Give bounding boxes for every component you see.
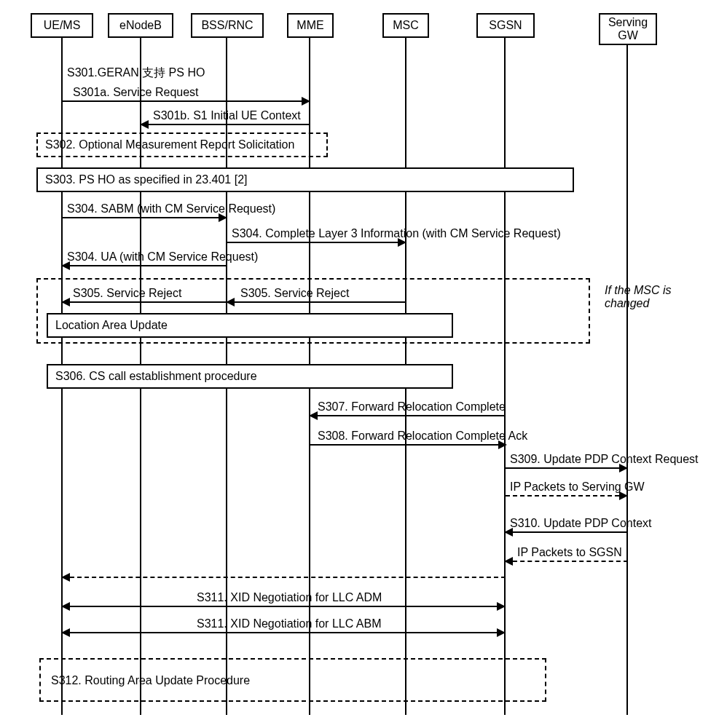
arrow-s309 — [506, 467, 619, 469]
msg-s311b: S311. XID Negotiation for LLC ABM — [197, 617, 381, 630]
arrow-s305-bss-ue — [70, 301, 227, 303]
box-s303: S303. PS HO as specified in 23.401 [2] — [36, 167, 574, 192]
arrow-s310 — [513, 531, 628, 533]
arrow-s307 — [318, 415, 506, 416]
lifeline-sgw-label: Serving GW — [608, 16, 648, 41]
arrow-s304b — [227, 242, 398, 243]
msg-s301a: S301a. Service Request — [73, 86, 199, 99]
lifeline-mme-label: MME — [296, 19, 323, 31]
msg-s311a: S311. XID Negotiation for LLC ADM — [197, 591, 382, 604]
arrow-s304c — [70, 265, 227, 266]
msg-s305b: S305. Service Reject — [240, 287, 349, 300]
arrow-ip-dashed-long — [70, 577, 506, 578]
arrow-s311a — [70, 606, 497, 607]
msg-s301b: S301b. S1 Initial UE Context — [153, 109, 301, 122]
lifeline-ue: UE/MS — [31, 13, 93, 38]
box-s312: S312. Routing Area Update Procedure — [39, 658, 546, 702]
msg-s306: S306. CS call establishment procedure — [55, 370, 257, 382]
msg-s301: S301.GERAN 支持 PS HO — [67, 66, 205, 81]
msg-lau: Location Area Update — [55, 319, 168, 331]
arrowhead-s311b-l — [61, 628, 70, 637]
arrow-s301b — [149, 124, 310, 125]
lifeline-bss-label: BSS/RNC — [201, 19, 253, 31]
msg-ip-sgw: IP Packets to Serving GW — [510, 480, 645, 494]
box-s306: S306. CS call establishment procedure — [47, 364, 453, 389]
arrowhead-s301b — [140, 120, 149, 129]
lifeline-msc: MSC — [382, 13, 429, 38]
arrowhead-ip-sgsn — [504, 557, 513, 566]
msg-s307: S307. Forward Relocation Complete — [318, 400, 506, 414]
arrow-s304a — [63, 217, 219, 218]
arrow-ip-sgw — [506, 495, 619, 496]
msg-s304a: S304. SABM (with CM Service Request) — [67, 202, 275, 215]
arrowhead-s307 — [309, 411, 318, 420]
lifeline-line-sgw — [626, 44, 628, 715]
box-lau: Location Area Update — [47, 313, 453, 338]
sequence-diagram: UE/MS eNodeB BSS/RNC MME MSC SGSN Servin… — [7, 7, 714, 721]
arrowhead-s311b-r — [497, 628, 506, 637]
arrow-s305-msc-bss — [235, 301, 406, 303]
arrow-s308 — [310, 444, 498, 446]
msg-msc-changed: If the MSC is changed — [605, 284, 707, 310]
arrowhead-s301a — [302, 97, 310, 106]
lifeline-sgsn-label: SGSN — [489, 19, 522, 31]
arrowhead-s311a-l — [61, 602, 70, 611]
msg-s303: S303. PS HO as specified in 23.401 [2] — [45, 173, 248, 186]
msg-s308: S308. Forward Relocation Complete Ack — [318, 430, 527, 443]
lifeline-mme: MME — [287, 13, 334, 38]
arrowhead-s311a-r — [497, 602, 506, 611]
lifeline-sgw: Serving GW — [599, 13, 657, 45]
lifeline-sgsn: SGSN — [476, 13, 535, 38]
arrowhead-s305-bss-ue — [61, 298, 70, 306]
arrow-s301a — [63, 100, 302, 102]
arrow-s311b — [70, 632, 497, 633]
msg-s302: S302. Optional Measurement Report Solici… — [45, 138, 294, 151]
msg-ip-sgsn: IP Packets to SGSN — [517, 546, 622, 559]
msg-s312: S312. Routing Area Update Procedure — [51, 674, 250, 687]
lifeline-enodeb-label: eNodeB — [119, 19, 162, 31]
msg-s309: S309. Update PDP Context Request — [510, 453, 699, 466]
box-s302: S302. Optional Measurement Report Solici… — [36, 132, 328, 157]
msg-s304c: S304. UA (with CM Service Request) — [67, 250, 258, 264]
msg-s304b: S304. Complete Layer 3 Information (with… — [232, 227, 561, 240]
msg-s310: S310. Update PDP Context — [510, 517, 652, 530]
arrow-ip-sgsn — [513, 561, 628, 562]
lifeline-ue-label: UE/MS — [44, 19, 81, 31]
msg-s305a: S305. Service Reject — [73, 287, 181, 300]
lifeline-bss: BSS/RNC — [191, 13, 264, 38]
lifeline-line-sgsn — [504, 38, 506, 715]
arrowhead-ip-dashed-left — [61, 573, 70, 582]
lifeline-msc-label: MSC — [393, 19, 419, 31]
lifeline-enodeb: eNodeB — [108, 13, 173, 38]
